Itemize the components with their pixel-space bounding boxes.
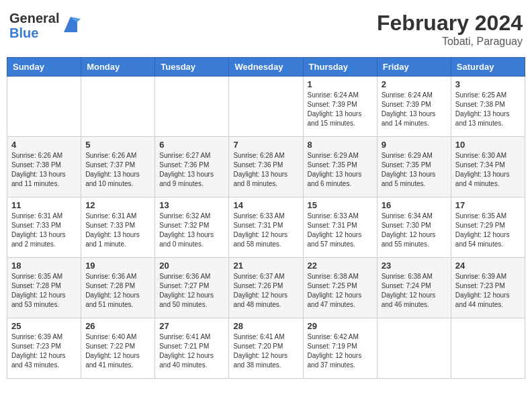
day-number: 9 [382,140,447,150]
col-monday: Monday [81,58,155,77]
calendar-cell: 6Sunrise: 6:27 AM Sunset: 7:36 PM Daylig… [155,137,229,197]
calendar-cell: 28Sunrise: 6:41 AM Sunset: 7:20 PM Dayli… [229,318,303,379]
calendar-week-3: 11Sunrise: 6:31 AM Sunset: 7:33 PM Dayli… [7,197,525,258]
day-number: 20 [159,261,224,271]
day-info: Sunrise: 6:33 AM Sunset: 7:31 PM Dayligh… [233,212,298,249]
day-number: 2 [382,79,447,89]
day-info: Sunrise: 6:38 AM Sunset: 7:25 PM Dayligh… [308,272,373,310]
calendar-cell: 16Sunrise: 6:34 AM Sunset: 7:30 PM Dayli… [377,197,451,258]
col-saturday: Saturday [451,58,525,77]
calendar-cell: 10Sunrise: 6:30 AM Sunset: 7:34 PM Dayli… [451,137,525,197]
day-number: 17 [455,200,521,210]
calendar-week-1: 1Sunrise: 6:24 AM Sunset: 7:39 PM Daylig… [7,77,525,137]
calendar-cell [155,77,229,137]
logo: General Blue [9,11,81,40]
day-number: 8 [308,140,373,150]
title-area: February 2024 Tobati, Paraguay [377,11,523,48]
month-title: February 2024 [377,11,523,36]
calendar-cell: 15Sunrise: 6:33 AM Sunset: 7:31 PM Dayli… [303,197,377,258]
day-number: 23 [382,261,447,271]
calendar-cell: 18Sunrise: 6:35 AM Sunset: 7:28 PM Dayli… [7,258,81,318]
day-number: 29 [308,321,373,331]
day-info: Sunrise: 6:26 AM Sunset: 7:38 PM Dayligh… [11,151,77,189]
day-number: 1 [308,79,373,89]
day-number: 13 [159,200,224,210]
col-sunday: Sunday [7,58,81,77]
calendar-cell: 12Sunrise: 6:31 AM Sunset: 7:33 PM Dayli… [81,197,155,258]
calendar-week-2: 4Sunrise: 6:26 AM Sunset: 7:38 PM Daylig… [7,137,525,197]
calendar-cell: 1Sunrise: 6:24 AM Sunset: 7:39 PM Daylig… [303,77,377,137]
day-info: Sunrise: 6:29 AM Sunset: 7:35 PM Dayligh… [382,151,447,189]
day-info: Sunrise: 6:41 AM Sunset: 7:20 PM Dayligh… [233,332,298,370]
day-info: Sunrise: 6:37 AM Sunset: 7:26 PM Dayligh… [233,272,298,310]
day-info: Sunrise: 6:27 AM Sunset: 7:36 PM Dayligh… [159,151,224,189]
day-number: 26 [85,321,150,331]
calendar-week-4: 18Sunrise: 6:35 AM Sunset: 7:28 PM Dayli… [7,258,525,318]
day-number: 16 [382,200,447,210]
calendar-cell: 29Sunrise: 6:42 AM Sunset: 7:19 PM Dayli… [303,318,377,379]
day-number: 28 [233,321,298,331]
day-number: 7 [233,140,298,150]
calendar-cell: 19Sunrise: 6:36 AM Sunset: 7:28 PM Dayli… [81,258,155,318]
col-thursday: Thursday [303,58,377,77]
day-number: 11 [11,200,77,210]
day-info: Sunrise: 6:40 AM Sunset: 7:22 PM Dayligh… [85,332,150,370]
day-info: Sunrise: 6:24 AM Sunset: 7:39 PM Dayligh… [308,91,373,128]
calendar-cell: 25Sunrise: 6:39 AM Sunset: 7:23 PM Dayli… [7,318,81,379]
day-info: Sunrise: 6:31 AM Sunset: 7:33 PM Dayligh… [11,212,77,249]
day-info: Sunrise: 6:28 AM Sunset: 7:36 PM Dayligh… [233,151,298,189]
calendar-cell: 20Sunrise: 6:36 AM Sunset: 7:27 PM Dayli… [155,258,229,318]
day-number: 12 [85,200,150,210]
col-friday: Friday [377,58,451,77]
calendar-cell: 9Sunrise: 6:29 AM Sunset: 7:35 PM Daylig… [377,137,451,197]
day-number: 24 [455,261,521,271]
calendar-cell: 11Sunrise: 6:31 AM Sunset: 7:33 PM Dayli… [7,197,81,258]
day-info: Sunrise: 6:29 AM Sunset: 7:35 PM Dayligh… [308,151,373,189]
calendar-cell: 8Sunrise: 6:29 AM Sunset: 7:35 PM Daylig… [303,137,377,197]
day-info: Sunrise: 6:36 AM Sunset: 7:27 PM Dayligh… [159,272,224,310]
day-number: 14 [233,200,298,210]
calendar-cell: 26Sunrise: 6:40 AM Sunset: 7:22 PM Dayli… [81,318,155,379]
calendar-cell: 27Sunrise: 6:41 AM Sunset: 7:21 PM Dayli… [155,318,229,379]
day-info: Sunrise: 6:26 AM Sunset: 7:37 PM Dayligh… [85,151,150,189]
location-title: Tobati, Paraguay [377,36,523,48]
day-number: 18 [11,261,77,271]
day-number: 15 [308,200,373,210]
calendar-cell: 3Sunrise: 6:25 AM Sunset: 7:38 PM Daylig… [451,77,525,137]
header: General Blue February 2024 Tobati, Parag… [7,7,525,52]
day-number: 25 [11,321,77,331]
calendar-cell: 13Sunrise: 6:32 AM Sunset: 7:32 PM Dayli… [155,197,229,258]
day-info: Sunrise: 6:24 AM Sunset: 7:39 PM Dayligh… [382,91,447,128]
day-info: Sunrise: 6:35 AM Sunset: 7:29 PM Dayligh… [455,212,521,249]
logo-icon [60,15,81,36]
calendar-cell: 2Sunrise: 6:24 AM Sunset: 7:39 PM Daylig… [377,77,451,137]
day-info: Sunrise: 6:34 AM Sunset: 7:30 PM Dayligh… [382,212,447,249]
day-number: 3 [455,79,521,89]
day-number: 6 [159,140,224,150]
day-info: Sunrise: 6:38 AM Sunset: 7:24 PM Dayligh… [382,272,447,310]
day-info: Sunrise: 6:35 AM Sunset: 7:28 PM Dayligh… [11,272,77,310]
calendar-cell: 17Sunrise: 6:35 AM Sunset: 7:29 PM Dayli… [451,197,525,258]
day-info: Sunrise: 6:39 AM Sunset: 7:23 PM Dayligh… [11,332,77,370]
calendar-cell: 24Sunrise: 6:39 AM Sunset: 7:23 PM Dayli… [451,258,525,318]
day-number: 4 [11,140,77,150]
day-number: 22 [308,261,373,271]
calendar-week-5: 25Sunrise: 6:39 AM Sunset: 7:23 PM Dayli… [7,318,525,379]
day-info: Sunrise: 6:30 AM Sunset: 7:34 PM Dayligh… [455,151,521,189]
calendar-cell: 5Sunrise: 6:26 AM Sunset: 7:37 PM Daylig… [81,137,155,197]
day-number: 21 [233,261,298,271]
day-info: Sunrise: 6:39 AM Sunset: 7:23 PM Dayligh… [455,272,521,310]
calendar-cell [451,318,525,379]
calendar-table: Sunday Monday Tuesday Wednesday Thursday… [7,57,525,379]
calendar-cell: 23Sunrise: 6:38 AM Sunset: 7:24 PM Dayli… [377,258,451,318]
calendar-cell: 4Sunrise: 6:26 AM Sunset: 7:38 PM Daylig… [7,137,81,197]
calendar-cell [229,77,303,137]
day-info: Sunrise: 6:42 AM Sunset: 7:19 PM Dayligh… [308,332,373,370]
day-info: Sunrise: 6:25 AM Sunset: 7:38 PM Dayligh… [455,91,521,128]
day-info: Sunrise: 6:31 AM Sunset: 7:33 PM Dayligh… [85,212,150,249]
calendar-cell [377,318,451,379]
col-tuesday: Tuesday [155,58,229,77]
calendar-cell [7,77,81,137]
logo-blue-text: Blue [9,26,59,40]
calendar-cell: 21Sunrise: 6:37 AM Sunset: 7:26 PM Dayli… [229,258,303,318]
